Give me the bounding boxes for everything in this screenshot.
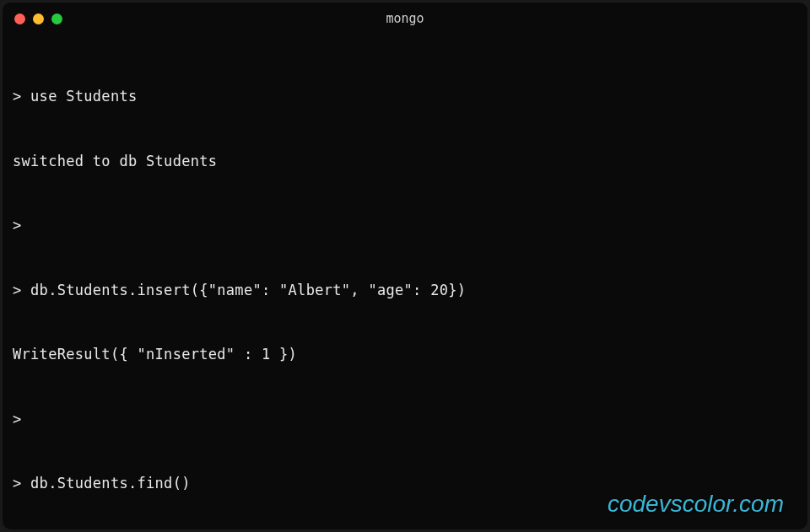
terminal-body[interactable]: > use Students switched to db Students >… bbox=[3, 35, 807, 529]
titlebar: mongo bbox=[3, 3, 807, 35]
terminal-line: switched to db Students bbox=[13, 151, 797, 173]
watermark: codevscolor.com bbox=[608, 491, 784, 518]
terminal-window: mongo > use Students switched to db Stud… bbox=[3, 3, 807, 529]
terminal-line: > use Students bbox=[13, 86, 797, 108]
terminal-line: > bbox=[13, 409, 797, 431]
window-title: mongo bbox=[386, 11, 424, 26]
terminal-line: WriteResult({ "nInserted" : 1 }) bbox=[13, 344, 797, 366]
terminal-line: > bbox=[13, 215, 797, 237]
close-icon[interactable] bbox=[14, 13, 25, 24]
traffic-lights bbox=[14, 13, 62, 24]
maximize-icon[interactable] bbox=[51, 13, 62, 24]
terminal-line: > db.Students.insert({"name": "Albert", … bbox=[13, 280, 797, 302]
minimize-icon[interactable] bbox=[33, 13, 44, 24]
